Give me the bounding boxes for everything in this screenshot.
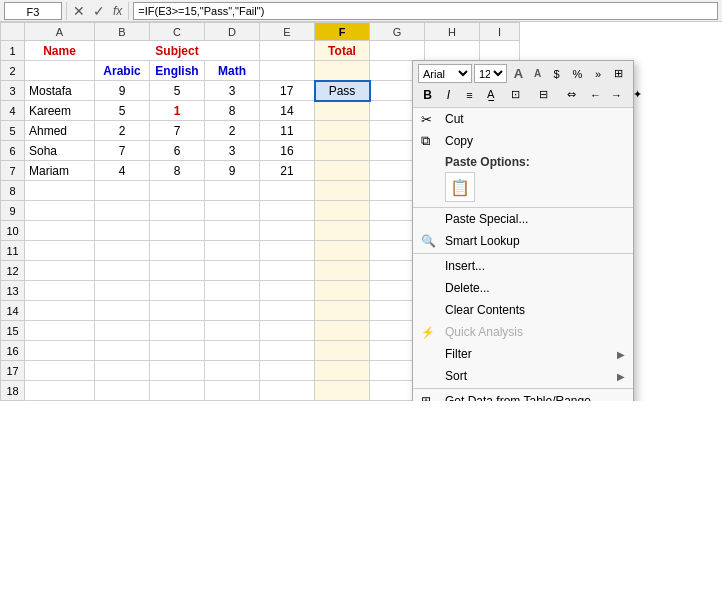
- cell-a8[interactable]: [25, 181, 95, 201]
- cell-a18[interactable]: [25, 381, 95, 401]
- cell-b11[interactable]: [95, 241, 150, 261]
- cell-e12[interactable]: [260, 261, 315, 281]
- col-header-h[interactable]: H: [425, 23, 480, 41]
- menu-item-clear-contents[interactable]: Clear Contents: [413, 299, 633, 321]
- cell-f16[interactable]: [315, 341, 370, 361]
- row-header-2[interactable]: 2: [1, 61, 25, 81]
- row-header-10[interactable]: 10: [1, 221, 25, 241]
- cell-a12[interactable]: [25, 261, 95, 281]
- cell-b8[interactable]: [95, 181, 150, 201]
- currency-btn[interactable]: $: [547, 64, 566, 83]
- cell-f3[interactable]: Pass: [315, 81, 370, 101]
- cell-b12[interactable]: [95, 261, 150, 281]
- cell-f15[interactable]: [315, 321, 370, 341]
- font-increase-btn[interactable]: A: [509, 64, 528, 83]
- menu-item-sort[interactable]: Sort ▶: [413, 365, 633, 387]
- cell-b7[interactable]: 4: [95, 161, 150, 181]
- cell-e15[interactable]: [260, 321, 315, 341]
- cell-c9[interactable]: [150, 201, 205, 221]
- table-btn[interactable]: ⊞: [609, 64, 628, 83]
- row-header-6[interactable]: 6: [1, 141, 25, 161]
- cell-d2[interactable]: Math: [205, 61, 260, 81]
- cell-c5[interactable]: 7: [150, 121, 205, 141]
- cancel-icon[interactable]: ✕: [71, 3, 87, 19]
- cell-g1[interactable]: [370, 41, 425, 61]
- fx-icon[interactable]: fx: [111, 4, 124, 18]
- confirm-icon[interactable]: ✓: [91, 3, 107, 19]
- cell-a3[interactable]: Mostafa: [25, 81, 95, 101]
- formula-input[interactable]: =IF(E3>=15,"Pass","Fail"): [133, 2, 718, 20]
- cell-b4[interactable]: 5: [95, 101, 150, 121]
- cell-f17[interactable]: [315, 361, 370, 381]
- font-size-select[interactable]: 12: [474, 64, 507, 83]
- cell-d5[interactable]: 2: [205, 121, 260, 141]
- row-header-12[interactable]: 12: [1, 261, 25, 281]
- cell-e8[interactable]: [260, 181, 315, 201]
- cell-d12[interactable]: [205, 261, 260, 281]
- cell-e9[interactable]: [260, 201, 315, 221]
- cell-ref-box[interactable]: F3: [4, 2, 62, 20]
- cell-b13[interactable]: [95, 281, 150, 301]
- cell-f14[interactable]: [315, 301, 370, 321]
- col-header-a[interactable]: A: [25, 23, 95, 41]
- row-header-13[interactable]: 13: [1, 281, 25, 301]
- outdent-btn[interactable]: →: [607, 85, 626, 104]
- cell-b10[interactable]: [95, 221, 150, 241]
- menu-item-cut[interactable]: ✂ Cut: [413, 108, 633, 130]
- cell-b15[interactable]: [95, 321, 150, 341]
- col-header-i[interactable]: I: [480, 23, 520, 41]
- col-header-d[interactable]: D: [205, 23, 260, 41]
- col-header-b[interactable]: B: [95, 23, 150, 41]
- merge-btn[interactable]: ⇔: [558, 85, 584, 104]
- cell-a7[interactable]: Mariam: [25, 161, 95, 181]
- col-header-g[interactable]: G: [370, 23, 425, 41]
- cell-f2[interactable]: [315, 61, 370, 81]
- cell-d14[interactable]: [205, 301, 260, 321]
- cell-e3[interactable]: 17: [260, 81, 315, 101]
- cell-c10[interactable]: [150, 221, 205, 241]
- cell-f5[interactable]: [315, 121, 370, 141]
- cell-f12[interactable]: [315, 261, 370, 281]
- cell-e18[interactable]: [260, 381, 315, 401]
- cell-f13[interactable]: [315, 281, 370, 301]
- menu-item-smart-lookup[interactable]: 🔍 Smart Lookup: [413, 230, 633, 252]
- font-select[interactable]: Arial: [418, 64, 472, 83]
- cell-e5[interactable]: 11: [260, 121, 315, 141]
- cell-d18[interactable]: [205, 381, 260, 401]
- cell-a9[interactable]: [25, 201, 95, 221]
- cell-a11[interactable]: [25, 241, 95, 261]
- cell-b5[interactable]: 2: [95, 121, 150, 141]
- cell-a14[interactable]: [25, 301, 95, 321]
- cell-d15[interactable]: [205, 321, 260, 341]
- cell-e2[interactable]: [260, 61, 315, 81]
- percent-btn[interactable]: %: [568, 64, 587, 83]
- row-header-3[interactable]: 3: [1, 81, 25, 101]
- cell-b2[interactable]: Arabic: [95, 61, 150, 81]
- cell-e10[interactable]: [260, 221, 315, 241]
- row-header-16[interactable]: 16: [1, 341, 25, 361]
- cell-e4[interactable]: 14: [260, 101, 315, 121]
- col-header-e[interactable]: E: [260, 23, 315, 41]
- cell-e16[interactable]: [260, 341, 315, 361]
- cell-a5[interactable]: Ahmed: [25, 121, 95, 141]
- cell-a10[interactable]: [25, 221, 95, 241]
- row-header-5[interactable]: 5: [1, 121, 25, 141]
- cell-d7[interactable]: 9: [205, 161, 260, 181]
- cell-f9[interactable]: [315, 201, 370, 221]
- cell-e6[interactable]: 16: [260, 141, 315, 161]
- cell-c12[interactable]: [150, 261, 205, 281]
- paste-icon-btn-1[interactable]: 📋: [445, 172, 475, 202]
- cell-a13[interactable]: [25, 281, 95, 301]
- cell-c3[interactable]: 5: [150, 81, 205, 101]
- menu-item-insert[interactable]: Insert...: [413, 255, 633, 277]
- cell-d8[interactable]: [205, 181, 260, 201]
- menu-item-delete[interactable]: Delete...: [413, 277, 633, 299]
- extra-btn[interactable]: ✦: [628, 85, 647, 104]
- cell-d4[interactable]: 8: [205, 101, 260, 121]
- row-header-11[interactable]: 11: [1, 241, 25, 261]
- cell-a6[interactable]: Soha: [25, 141, 95, 161]
- row-header-7[interactable]: 7: [1, 161, 25, 181]
- bold-btn[interactable]: B: [418, 85, 437, 104]
- cell-c16[interactable]: [150, 341, 205, 361]
- cell-a2[interactable]: [25, 61, 95, 81]
